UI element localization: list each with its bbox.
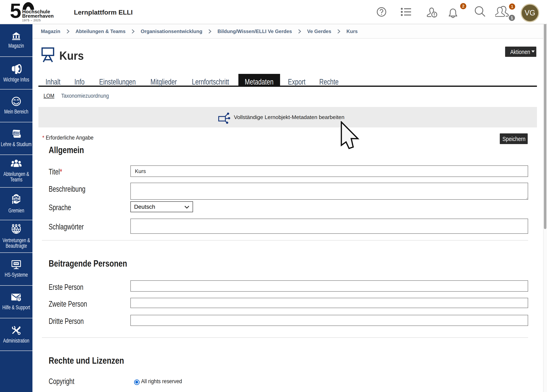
svg-text:Bremerhaven: Bremerhaven (22, 13, 54, 19)
svg-text:1975 – 2025: 1975 – 2025 (22, 19, 41, 22)
svg-text:?: ? (18, 297, 20, 302)
svg-text:5: 5 (10, 0, 21, 22)
